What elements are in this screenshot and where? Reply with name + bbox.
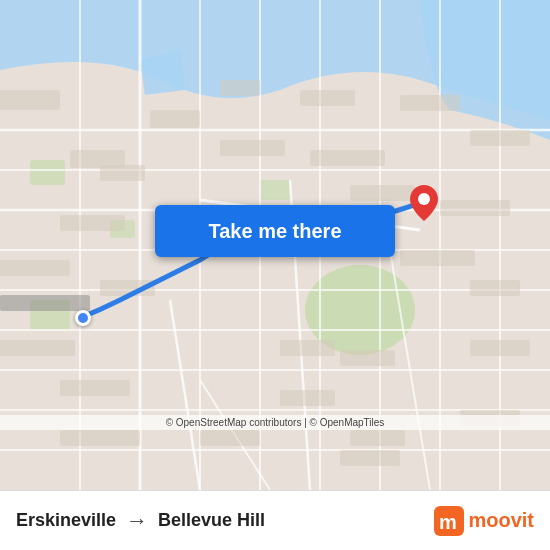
svg-rect-33 — [300, 90, 355, 106]
svg-rect-37 — [400, 250, 475, 266]
svg-text:m: m — [439, 511, 457, 533]
moovit-brand-text: moovit — [468, 509, 534, 532]
svg-rect-34 — [400, 95, 460, 111]
svg-rect-38 — [470, 280, 520, 296]
svg-rect-36 — [440, 200, 510, 216]
svg-rect-45 — [60, 430, 140, 446]
svg-rect-4 — [30, 160, 65, 185]
moovit-logo: m moovit — [434, 506, 534, 536]
right-arrow-icon: → — [126, 508, 148, 534]
svg-rect-51 — [220, 140, 285, 156]
svg-rect-42 — [350, 430, 405, 446]
destination-marker — [410, 185, 438, 221]
footer: Erskineville → Bellevue Hill m moovit — [0, 490, 550, 550]
destination-label: Bellevue Hill — [158, 510, 265, 531]
map-attribution: © OpenStreetMap contributors | © OpenMap… — [0, 415, 550, 430]
svg-rect-35 — [470, 130, 530, 146]
svg-rect-52 — [310, 150, 385, 166]
svg-rect-53 — [350, 185, 415, 201]
svg-rect-50 — [100, 165, 145, 181]
svg-rect-43 — [200, 430, 260, 446]
take-me-there-button[interactable]: Take me there — [155, 205, 395, 257]
route-info: Erskineville → Bellevue Hill — [16, 508, 265, 534]
moovit-icon: m — [434, 506, 464, 536]
svg-rect-29 — [0, 90, 60, 110]
svg-rect-32 — [220, 80, 260, 96]
origin-label: Erskineville — [16, 510, 116, 531]
origin-marker — [75, 310, 91, 326]
svg-rect-28 — [0, 295, 90, 311]
svg-rect-31 — [150, 110, 200, 128]
svg-rect-44 — [60, 380, 130, 396]
svg-rect-39 — [340, 350, 395, 366]
svg-rect-2 — [260, 180, 290, 200]
map-container: Take me there © OpenStreetMap contributo… — [0, 0, 550, 490]
svg-rect-55 — [280, 390, 335, 406]
svg-rect-56 — [340, 450, 400, 466]
svg-point-57 — [418, 193, 430, 205]
svg-rect-46 — [0, 340, 75, 356]
svg-rect-54 — [280, 340, 335, 356]
svg-rect-49 — [60, 215, 125, 231]
svg-rect-40 — [470, 340, 530, 356]
svg-rect-48 — [0, 260, 70, 276]
